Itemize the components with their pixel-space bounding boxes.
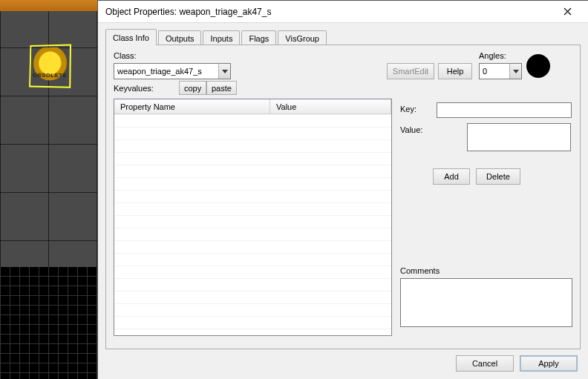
entity-selection-box[interactable]: OBSOLETE (29, 45, 71, 88)
col-property-name[interactable]: Property Name (114, 99, 270, 113)
keyvalues-label: Keyvalues: (114, 84, 154, 93)
angles-label: Angles: (479, 51, 506, 60)
help-button[interactable]: Help (438, 63, 472, 79)
keyvalues-copy-button[interactable]: copy (179, 81, 206, 95)
tab-strip: Class Info Outputs Inputs Flags VisGroup (105, 29, 327, 45)
key-input[interactable] (437, 102, 572, 118)
add-button[interactable]: Add (433, 168, 470, 185)
angles-value: 0 (480, 67, 509, 76)
close-icon (564, 7, 572, 16)
apply-button[interactable]: Apply (520, 355, 578, 372)
value-label: Value: (400, 125, 422, 134)
smartedit-button[interactable]: SmartEdit (387, 63, 434, 79)
keyvalues-table[interactable]: Property Name Value (114, 99, 392, 336)
class-select-value: weapon_triage_ak47_s (114, 67, 218, 76)
tab-outputs[interactable]: Outputs (158, 30, 202, 46)
tab-inputs[interactable]: Inputs (203, 30, 240, 46)
comments-input[interactable] (400, 278, 572, 327)
chevron-down-icon (218, 64, 230, 79)
keyvalues-table-header: Property Name Value (114, 99, 391, 114)
obsolete-sprite-label: OBSOLETE (33, 72, 68, 85)
keyvalues-paste-button[interactable]: paste (206, 81, 237, 95)
angles-dial[interactable] (526, 54, 550, 78)
value-input[interactable] (467, 123, 571, 151)
viewport-2d-grid[interactable] (0, 267, 97, 379)
viewport-grid-floor (0, 0, 97, 267)
cancel-button[interactable]: Cancel (456, 355, 514, 372)
obsolete-sprite-icon: OBSOLETE (32, 47, 68, 85)
col-value[interactable]: Value (270, 99, 391, 113)
class-label: Class: (114, 51, 137, 60)
delete-button[interactable]: Delete (476, 168, 520, 185)
comments-label: Comments (400, 266, 440, 275)
viewport-ceiling-brush (0, 0, 97, 11)
tabsheet-class-info: Class: weapon_triage_ak47_s SmartEdit He… (105, 45, 581, 349)
close-button[interactable] (552, 1, 582, 22)
chevron-down-icon (509, 64, 521, 79)
dialog-titlebar[interactable]: Object Properties: weapon_triage_ak47_s (98, 1, 588, 23)
dialog-title: Object Properties: weapon_triage_ak47_s (105, 7, 552, 17)
tab-visgroup[interactable]: VisGroup (278, 30, 327, 46)
angles-select[interactable]: 0 (479, 63, 522, 79)
key-label: Key: (400, 105, 416, 113)
class-select[interactable]: weapon_triage_ak47_s (114, 63, 231, 79)
tab-class-info[interactable]: Class Info (105, 29, 157, 45)
dialog-footer: Cancel Apply (456, 355, 578, 372)
viewport-3d[interactable]: OBSOLETE (0, 0, 97, 379)
tab-flags[interactable]: Flags (241, 30, 276, 46)
object-properties-dialog: Object Properties: weapon_triage_ak47_s … (97, 0, 588, 379)
keyvalues-table-body[interactable] (114, 114, 391, 335)
